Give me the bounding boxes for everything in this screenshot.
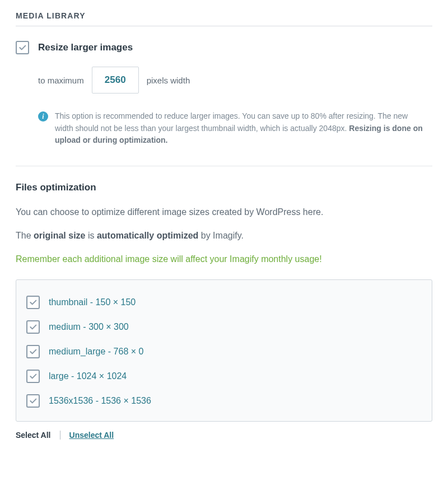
check-icon (29, 347, 38, 356)
size-label: 1536x1536 - 1536 × 1536 (49, 396, 151, 406)
d2c: is (85, 231, 96, 240)
max-prefix: to maximum (38, 76, 84, 85)
info-text: This option is recommended to reduce lar… (55, 110, 428, 147)
files-opt-desc2: The original size is automatically optim… (16, 229, 432, 242)
resize-label: Resize larger images (38, 41, 133, 54)
size-label: medium - 300 × 300 (49, 322, 129, 332)
size-row-medium: medium - 300 × 300 (26, 315, 422, 339)
size-row-thumbnail: thumbnail - 150 × 150 (26, 290, 422, 315)
d2e: by Imagify. (198, 231, 244, 240)
info-icon: i (38, 111, 48, 122)
size-label: large - 1024 × 1024 (49, 371, 127, 381)
separator (60, 431, 60, 440)
size-row-large: large - 1024 × 1024 (26, 364, 422, 389)
size-checkbox-medium-large[interactable] (26, 345, 40, 358)
files-opt-desc1: You can choose to optimize different ima… (16, 206, 432, 219)
check-icon (29, 298, 38, 307)
size-checkbox-large[interactable] (26, 370, 40, 383)
size-checkbox-medium[interactable] (26, 320, 40, 334)
max-width-input[interactable] (92, 67, 139, 94)
divider (16, 166, 432, 166)
size-label: medium_large - 768 × 0 (49, 347, 143, 357)
d2b: original size (34, 231, 85, 240)
max-width-row: to maximum pixels width (38, 67, 432, 94)
size-row-1536: 1536x1536 - 1536 × 1536 (26, 389, 422, 413)
unselect-all-button[interactable]: Unselect All (69, 431, 114, 440)
check-icon (18, 43, 27, 52)
d2a: The (16, 231, 34, 240)
check-icon (29, 396, 38, 405)
size-row-medium-large: medium_large - 768 × 0 (26, 339, 422, 364)
files-optimization-title: Files optimization (16, 182, 432, 193)
resize-checkbox[interactable] (16, 41, 29, 54)
size-checkbox-thumbnail[interactable] (26, 296, 40, 309)
resize-block: Resize larger images to maximum pixels w… (16, 26, 432, 147)
check-icon (29, 372, 38, 381)
info-block: i This option is recommended to reduce l… (38, 110, 428, 147)
resize-row: Resize larger images (16, 41, 432, 54)
section-title-media-library: MEDIA LIBRARY (16, 11, 432, 26)
size-checkbox-1536[interactable] (26, 394, 40, 408)
select-all-button[interactable]: Select All (16, 431, 51, 440)
size-actions: Select All Unselect All (16, 422, 432, 440)
d2d: automatically optimized (97, 231, 198, 240)
size-label: thumbnail - 150 × 150 (49, 297, 136, 307)
check-icon (29, 323, 38, 331)
files-opt-warning: Remember each additional image size will… (16, 253, 432, 266)
sizes-box: thumbnail - 150 × 150 medium - 300 × 300… (16, 279, 432, 422)
max-suffix: pixels width (147, 76, 190, 85)
